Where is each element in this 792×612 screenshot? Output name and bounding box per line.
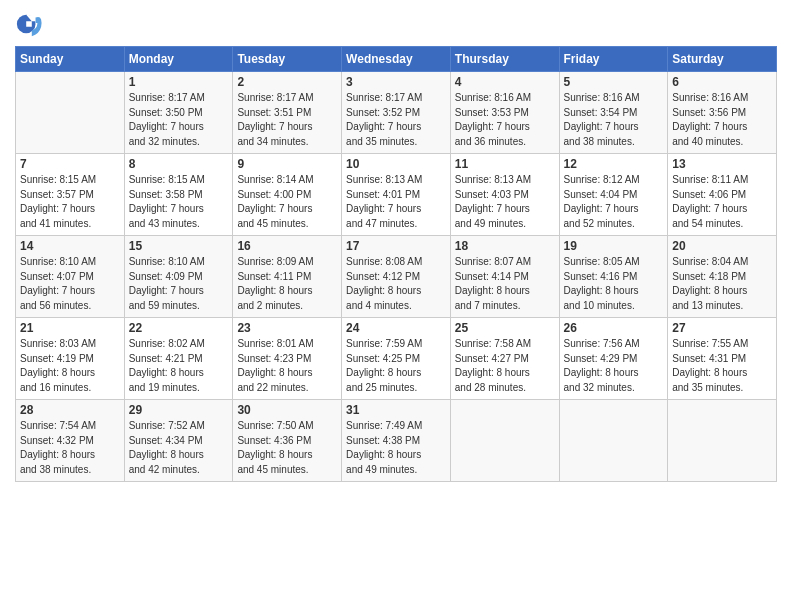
cell-week2-day7: 13Sunrise: 8:11 AM Sunset: 4:06 PM Dayli… xyxy=(668,154,777,236)
cell-week4-day7: 27Sunrise: 7:55 AM Sunset: 4:31 PM Dayli… xyxy=(668,318,777,400)
col-header-saturday: Saturday xyxy=(668,47,777,72)
day-number: 7 xyxy=(20,157,120,171)
day-number: 28 xyxy=(20,403,120,417)
day-number: 9 xyxy=(237,157,337,171)
day-number: 26 xyxy=(564,321,664,335)
logo-icon xyxy=(15,10,43,42)
day-detail: Sunrise: 8:03 AM Sunset: 4:19 PM Dayligh… xyxy=(20,337,120,395)
header-row: SundayMondayTuesdayWednesdayThursdayFrid… xyxy=(16,47,777,72)
calendar-header: SundayMondayTuesdayWednesdayThursdayFrid… xyxy=(16,47,777,72)
day-detail: Sunrise: 7:52 AM Sunset: 4:34 PM Dayligh… xyxy=(129,419,229,477)
cell-week1-day6: 5Sunrise: 8:16 AM Sunset: 3:54 PM Daylig… xyxy=(559,72,668,154)
day-number: 20 xyxy=(672,239,772,253)
cell-week1-day4: 3Sunrise: 8:17 AM Sunset: 3:52 PM Daylig… xyxy=(342,72,451,154)
cell-week4-day3: 23Sunrise: 8:01 AM Sunset: 4:23 PM Dayli… xyxy=(233,318,342,400)
day-detail: Sunrise: 8:16 AM Sunset: 3:53 PM Dayligh… xyxy=(455,91,555,149)
main-container: SundayMondayTuesdayWednesdayThursdayFrid… xyxy=(0,0,792,492)
calendar-table: SundayMondayTuesdayWednesdayThursdayFrid… xyxy=(15,46,777,482)
cell-week3-day4: 17Sunrise: 8:08 AM Sunset: 4:12 PM Dayli… xyxy=(342,236,451,318)
day-number: 3 xyxy=(346,75,446,89)
day-number: 11 xyxy=(455,157,555,171)
cell-week5-day2: 29Sunrise: 7:52 AM Sunset: 4:34 PM Dayli… xyxy=(124,400,233,482)
day-number: 21 xyxy=(20,321,120,335)
week-row-2: 7Sunrise: 8:15 AM Sunset: 3:57 PM Daylig… xyxy=(16,154,777,236)
col-header-tuesday: Tuesday xyxy=(233,47,342,72)
day-number: 16 xyxy=(237,239,337,253)
day-detail: Sunrise: 8:08 AM Sunset: 4:12 PM Dayligh… xyxy=(346,255,446,313)
day-number: 10 xyxy=(346,157,446,171)
col-header-thursday: Thursday xyxy=(450,47,559,72)
cell-week5-day4: 31Sunrise: 7:49 AM Sunset: 4:38 PM Dayli… xyxy=(342,400,451,482)
week-row-1: 1Sunrise: 8:17 AM Sunset: 3:50 PM Daylig… xyxy=(16,72,777,154)
week-row-5: 28Sunrise: 7:54 AM Sunset: 4:32 PM Dayli… xyxy=(16,400,777,482)
cell-week5-day1: 28Sunrise: 7:54 AM Sunset: 4:32 PM Dayli… xyxy=(16,400,125,482)
day-detail: Sunrise: 7:50 AM Sunset: 4:36 PM Dayligh… xyxy=(237,419,337,477)
day-number: 4 xyxy=(455,75,555,89)
header xyxy=(15,10,777,42)
day-detail: Sunrise: 8:17 AM Sunset: 3:51 PM Dayligh… xyxy=(237,91,337,149)
day-number: 17 xyxy=(346,239,446,253)
col-header-sunday: Sunday xyxy=(16,47,125,72)
cell-week2-day6: 12Sunrise: 8:12 AM Sunset: 4:04 PM Dayli… xyxy=(559,154,668,236)
cell-week3-day1: 14Sunrise: 8:10 AM Sunset: 4:07 PM Dayli… xyxy=(16,236,125,318)
day-detail: Sunrise: 8:07 AM Sunset: 4:14 PM Dayligh… xyxy=(455,255,555,313)
day-number: 24 xyxy=(346,321,446,335)
col-header-friday: Friday xyxy=(559,47,668,72)
day-detail: Sunrise: 8:11 AM Sunset: 4:06 PM Dayligh… xyxy=(672,173,772,231)
day-number: 31 xyxy=(346,403,446,417)
day-number: 14 xyxy=(20,239,120,253)
day-detail: Sunrise: 8:10 AM Sunset: 4:07 PM Dayligh… xyxy=(20,255,120,313)
cell-week2-day5: 11Sunrise: 8:13 AM Sunset: 4:03 PM Dayli… xyxy=(450,154,559,236)
col-header-monday: Monday xyxy=(124,47,233,72)
week-row-3: 14Sunrise: 8:10 AM Sunset: 4:07 PM Dayli… xyxy=(16,236,777,318)
day-number: 25 xyxy=(455,321,555,335)
day-number: 29 xyxy=(129,403,229,417)
cell-week5-day7 xyxy=(668,400,777,482)
cell-week3-day5: 18Sunrise: 8:07 AM Sunset: 4:14 PM Dayli… xyxy=(450,236,559,318)
day-detail: Sunrise: 8:15 AM Sunset: 3:57 PM Dayligh… xyxy=(20,173,120,231)
day-number: 8 xyxy=(129,157,229,171)
day-detail: Sunrise: 8:02 AM Sunset: 4:21 PM Dayligh… xyxy=(129,337,229,395)
week-row-4: 21Sunrise: 8:03 AM Sunset: 4:19 PM Dayli… xyxy=(16,318,777,400)
day-number: 5 xyxy=(564,75,664,89)
day-detail: Sunrise: 7:55 AM Sunset: 4:31 PM Dayligh… xyxy=(672,337,772,395)
cell-week2-day4: 10Sunrise: 8:13 AM Sunset: 4:01 PM Dayli… xyxy=(342,154,451,236)
cell-week1-day1 xyxy=(16,72,125,154)
day-number: 13 xyxy=(672,157,772,171)
cell-week2-day1: 7Sunrise: 8:15 AM Sunset: 3:57 PM Daylig… xyxy=(16,154,125,236)
day-detail: Sunrise: 8:17 AM Sunset: 3:52 PM Dayligh… xyxy=(346,91,446,149)
day-number: 6 xyxy=(672,75,772,89)
cell-week2-day2: 8Sunrise: 8:15 AM Sunset: 3:58 PM Daylig… xyxy=(124,154,233,236)
cell-week1-day5: 4Sunrise: 8:16 AM Sunset: 3:53 PM Daylig… xyxy=(450,72,559,154)
day-detail: Sunrise: 8:09 AM Sunset: 4:11 PM Dayligh… xyxy=(237,255,337,313)
cell-week1-day2: 1Sunrise: 8:17 AM Sunset: 3:50 PM Daylig… xyxy=(124,72,233,154)
day-detail: Sunrise: 8:15 AM Sunset: 3:58 PM Dayligh… xyxy=(129,173,229,231)
day-detail: Sunrise: 8:13 AM Sunset: 4:03 PM Dayligh… xyxy=(455,173,555,231)
cell-week5-day3: 30Sunrise: 7:50 AM Sunset: 4:36 PM Dayli… xyxy=(233,400,342,482)
day-number: 1 xyxy=(129,75,229,89)
cell-week5-day6 xyxy=(559,400,668,482)
day-detail: Sunrise: 8:01 AM Sunset: 4:23 PM Dayligh… xyxy=(237,337,337,395)
day-detail: Sunrise: 7:56 AM Sunset: 4:29 PM Dayligh… xyxy=(564,337,664,395)
cell-week3-day6: 19Sunrise: 8:05 AM Sunset: 4:16 PM Dayli… xyxy=(559,236,668,318)
cell-week4-day2: 22Sunrise: 8:02 AM Sunset: 4:21 PM Dayli… xyxy=(124,318,233,400)
day-number: 12 xyxy=(564,157,664,171)
day-detail: Sunrise: 8:05 AM Sunset: 4:16 PM Dayligh… xyxy=(564,255,664,313)
calendar-body: 1Sunrise: 8:17 AM Sunset: 3:50 PM Daylig… xyxy=(16,72,777,482)
day-detail: Sunrise: 8:10 AM Sunset: 4:09 PM Dayligh… xyxy=(129,255,229,313)
day-number: 23 xyxy=(237,321,337,335)
day-detail: Sunrise: 7:58 AM Sunset: 4:27 PM Dayligh… xyxy=(455,337,555,395)
logo xyxy=(15,10,47,42)
day-detail: Sunrise: 7:49 AM Sunset: 4:38 PM Dayligh… xyxy=(346,419,446,477)
cell-week3-day3: 16Sunrise: 8:09 AM Sunset: 4:11 PM Dayli… xyxy=(233,236,342,318)
day-detail: Sunrise: 8:04 AM Sunset: 4:18 PM Dayligh… xyxy=(672,255,772,313)
cell-week3-day2: 15Sunrise: 8:10 AM Sunset: 4:09 PM Dayli… xyxy=(124,236,233,318)
day-number: 15 xyxy=(129,239,229,253)
day-detail: Sunrise: 8:12 AM Sunset: 4:04 PM Dayligh… xyxy=(564,173,664,231)
cell-week4-day4: 24Sunrise: 7:59 AM Sunset: 4:25 PM Dayli… xyxy=(342,318,451,400)
cell-week1-day3: 2Sunrise: 8:17 AM Sunset: 3:51 PM Daylig… xyxy=(233,72,342,154)
col-header-wednesday: Wednesday xyxy=(342,47,451,72)
cell-week5-day5 xyxy=(450,400,559,482)
cell-week1-day7: 6Sunrise: 8:16 AM Sunset: 3:56 PM Daylig… xyxy=(668,72,777,154)
cell-week3-day7: 20Sunrise: 8:04 AM Sunset: 4:18 PM Dayli… xyxy=(668,236,777,318)
